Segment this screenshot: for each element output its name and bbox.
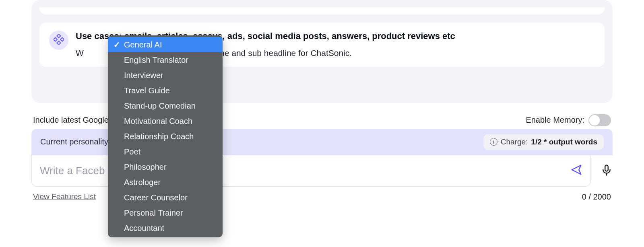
mic-icon[interactable] [601, 164, 613, 178]
personality-label: Current personality: [40, 137, 111, 146]
dropdown-item-personal-trainer[interactable]: Personal Trainer [108, 205, 223, 220]
charge-value: 1/2 * output words [531, 138, 597, 146]
dropdown-item-stand-up-comedian[interactable]: Stand-up Comedian [108, 98, 223, 113]
memory-toggle[interactable] [588, 114, 611, 126]
dropdown-item-english-translator[interactable]: English Translator [108, 52, 223, 68]
personality-dropdown[interactable]: General AI English Translator Interviewe… [108, 35, 223, 237]
dropdown-item-general-ai[interactable]: General AI [108, 37, 223, 52]
svg-rect-0 [57, 34, 60, 38]
diamond-icon [54, 34, 64, 46]
charge-pill: i Charge: 1/2 * output words [483, 134, 604, 150]
charge-label: Charge: [501, 138, 528, 146]
dropdown-item-interviewer[interactable]: Interviewer [108, 68, 223, 83]
memory-label: Enable Memory: [526, 115, 584, 125]
dropdown-item-accountant[interactable]: Accountant [108, 220, 223, 236]
svg-rect-2 [60, 37, 64, 41]
svg-rect-1 [54, 37, 57, 41]
dropdown-item-relationship-coach[interactable]: Relationship Coach [108, 129, 223, 144]
dropdown-item-philosopher[interactable]: Philosopher [108, 159, 223, 175]
toggle-knob [589, 115, 600, 126]
dropdown-item-career-counselor[interactable]: Career Counselor [108, 190, 223, 205]
svg-rect-3 [57, 41, 60, 45]
dropdown-item-travel-guide[interactable]: Travel Guide [108, 83, 223, 98]
dropdown-item-poet[interactable]: Poet [108, 144, 223, 159]
svg-rect-4 [605, 165, 608, 171]
features-link[interactable]: View Features List [33, 192, 96, 201]
google-data-label: Include latest Google [33, 115, 109, 125]
char-count: 0 / 2000 [582, 192, 611, 202]
dropdown-item-astrologer[interactable]: Astrologer [108, 175, 223, 190]
use-cases-icon-wrap [49, 31, 68, 50]
send-icon[interactable] [570, 164, 582, 177]
info-card-top-fragment [39, 7, 605, 14]
dropdown-item-motivational-coach[interactable]: Motivational Coach [108, 113, 223, 129]
info-icon[interactable]: i [490, 138, 497, 146]
